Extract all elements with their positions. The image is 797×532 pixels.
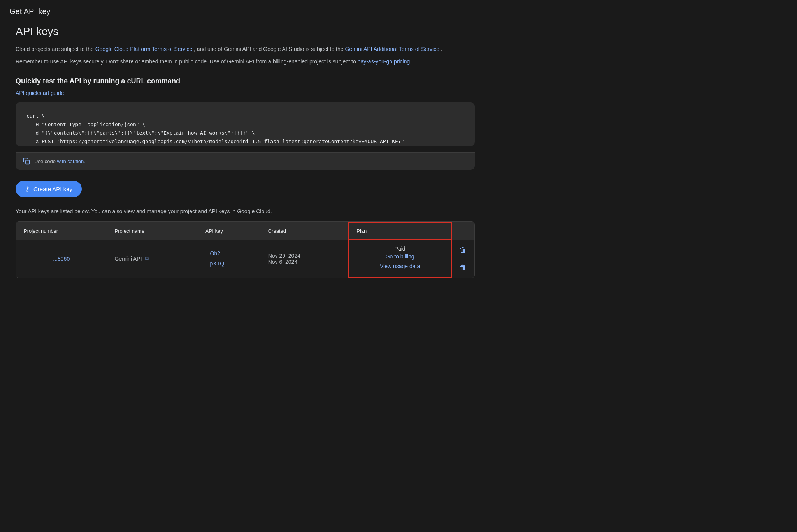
gcp-tos-link[interactable]: Google Cloud Platform Terms of Service [95, 46, 193, 52]
col-plan: Plan [348, 222, 451, 240]
table-row: ...8060 Gemini API ⧉ ...Oh2I ...pXTQ Nov… [16, 240, 474, 277]
quickstart-link[interactable]: API quickstart guide [16, 90, 64, 96]
project-name-text: Gemini API [115, 256, 142, 262]
delete-key-2-icon[interactable]: 🗑 [460, 263, 467, 272]
desc2-suffix: . [411, 58, 413, 65]
table-description: Your API keys are listed below. You can … [16, 208, 475, 214]
col-api-key: API key [198, 222, 260, 240]
col-project-name: Project name [107, 222, 198, 240]
col-created: Created [260, 222, 349, 240]
svg-rect-0 [26, 160, 30, 164]
col-project-number: Project number [16, 222, 107, 240]
gemini-api-label: Gemini API ⧉ [115, 255, 190, 262]
plan-status: Paid [356, 246, 443, 252]
delete-key-1-icon[interactable]: 🗑 [460, 246, 467, 254]
external-link-icon[interactable]: ⧉ [145, 255, 149, 262]
delete-actions-cell: 🗑 🗑 [451, 240, 474, 277]
desc1-middle: , and use of Gemini API and Google AI St… [194, 46, 345, 52]
description-block-1: Cloud projects are subject to the Google… [16, 45, 475, 66]
api-key-cell: ...Oh2I ...pXTQ [198, 240, 260, 277]
curl-section-heading: Quickly test the API by running a cURL c… [16, 77, 475, 85]
project-number-cell: ...8060 [16, 240, 107, 277]
created-date-2: Nov 6, 2024 [268, 259, 341, 265]
desc2-prefix: Remember to use API keys securely. Don't… [16, 58, 358, 65]
payg-pricing-link[interactable]: pay-as-you-go pricing [358, 58, 410, 65]
project-name-cell: Gemini API ⧉ [107, 240, 198, 277]
create-btn-label: Create API key [33, 186, 72, 192]
created-date-1: Nov 29, 2024 [268, 253, 341, 259]
key-icon: ⚷ [25, 185, 30, 193]
api-key-link-1[interactable]: ...Oh2I [205, 249, 253, 258]
project-number-link[interactable]: ...8060 [53, 256, 70, 262]
code-block-container: curl \ -H "Content-Type: application/jso… [16, 102, 475, 170]
gemini-tos-link[interactable]: Gemini API Additional Terms of Service [345, 46, 439, 52]
col-actions [451, 222, 474, 240]
plan-cell: Paid Go to billing View usage data [348, 240, 451, 277]
page-heading: API keys [16, 21, 475, 38]
copy-icon[interactable] [23, 157, 30, 165]
created-cell: Nov 29, 2024 Nov 6, 2024 [260, 240, 349, 277]
api-key-link-2[interactable]: ...pXTQ [205, 259, 253, 269]
api-keys-table: Project number Project name API key Crea… [16, 222, 474, 277]
code-block: curl \ -H "Content-Type: application/jso… [16, 102, 475, 146]
desc1-suffix: . [441, 46, 442, 52]
go-to-billing-link[interactable]: Go to billing [356, 252, 443, 262]
caution-link[interactable]: with caution. [57, 158, 85, 164]
curl-code: curl \ -H "Content-Type: application/jso… [26, 112, 464, 146]
view-usage-data-link[interactable]: View usage data [356, 262, 443, 271]
window-title: Get API key [0, 0, 797, 21]
table-header-row: Project number Project name API key Crea… [16, 222, 474, 240]
desc1-prefix: Cloud projects are subject to the [16, 46, 95, 52]
code-footer: Use code with caution. [16, 152, 475, 170]
create-api-key-button[interactable]: ⚷ Create API key [16, 181, 82, 197]
api-keys-table-wrapper: Project number Project name API key Crea… [16, 221, 475, 278]
code-footer-text: Use code with caution. [34, 158, 85, 164]
